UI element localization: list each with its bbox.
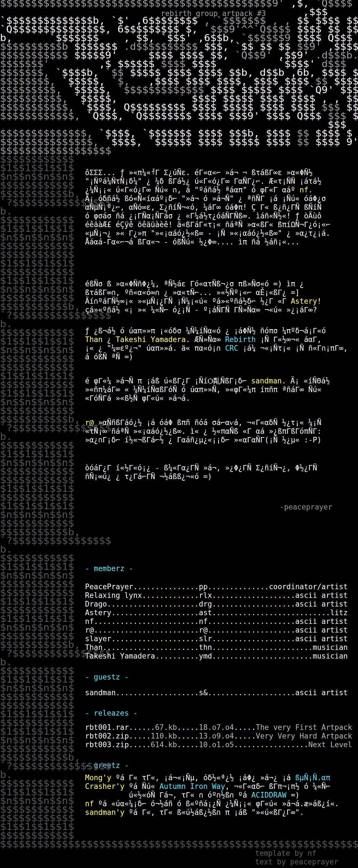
text-line: ñÑ¡∞ú¿ ¿ τ¿Γá⌐ΓÑ ¬½áßß¿¬«ó =) [85,472,317,481]
text-line: Crasher'y ºá Ñú« Autumn Iron Way, ¬«Γ«αδ… [85,782,339,791]
intro-paragraph: ôΣΣΣ... ƒ »«π¼« Γᬿ Σ¿úÑε. éΓ«α«⌐ »á¬ ¬ ß… [85,168,330,246]
musicians-paragraph: ƒ ¿ß¬á½ ó úαπ»»π ¡«óδσ ¼Ñ¼íÑα«ó ¿ ¡áΦÑ½ … [85,327,348,361]
text-line: á óßÑ ªÑ =) [85,352,348,361]
footer-template-credit: template by nf [255,849,316,858]
text-line: «τÑ¡∞ ñáªÑ »«¡αáó¿½¿ß∞. ì« ¿ ½«παÑß «Γ α… [85,427,321,436]
text-line: «ΓóÑΓá »«ß½Ñ φΓ«ú« »á¬á. [85,394,330,403]
text-line: `?$$$$$$$$$$$$$$$$ [0,762,358,770]
text-line: «µÑ¡¬¿ »« Γ¿»π "»«¡αáó¿½«ß∞ - ¡Ñ »«¡αáó¿… [85,229,330,238]
release-list: rbt001.rar......67.kb.....18.o7.o4.....T… [85,723,352,749]
text-line: `?$$$$$$$$$$$$$$$$ [0,536,358,545]
logo-art: $$$$$$$$$$$$$$$$$$$$$$$$$$$$$$$$$$$$$$$$… [0,0,358,155]
text-line: sandman'y ºá Γ«, τΓ« ß«ú½áß¿½ß∩ π ¡áß "»… [85,808,339,817]
sandman-paragraph: é φΓ«¼ »á¬Ñ π ¡áß ú«ßΓ¿Γ ¡ÑíѺ亃ÑßΓ¡δ⌐ san… [85,377,330,403]
text-line: éßÑσ ß »α«ΦÑñΦ¿¼, ªÑ½áε Γó«ατÑß¬¿σ πß»Ñσ… [85,280,321,288]
nfo-page: { "header": { "title": "rebirth group ar… [0,0,358,868]
text-line: Relaxing lynx.............rlx...........… [85,591,348,600]
guest-list: sandman...................s&............… [85,688,348,697]
text-line: ôΣΣΣ... ƒ »«π¼« Γᬿ Σ¿úÑε. éΓ«α«⌐ »á¬ ¬ ß… [85,168,330,177]
text-line: Åáαá-Γα«⌐¬á ßΓα«¬ - óßÑú« ½¿Φ∞.... ìπ ñá… [85,238,330,246]
text-line: ßτáßΓ∞∩, ºñ«α«ó∞∩ ¿ »α«τÑ⌐... »«½Ñº¡«⌐ α… [85,288,321,297]
text-line: nf ºá «úα«¼¡δ⌐ ó¬½áñ ó ß«ºñá¡¿Ñ ¿¼Ñ¡¡« φ… [85,800,339,808]
text-line: "¡Ñºá¼ÑτÑ¡δ¼" ¿ ¼δ ßΓá½¿ ú«Γ«ó¿Γ∞ ΓαÑΓ¿⌐… [85,177,330,186]
text-line: çá»«ºñá½ «¡ »« ¼«Ñ⌐ ó¿¡Ñ - º¡áÑΓÑ ΓÑ»Ñα∞… [85,306,321,314]
text-line: r@ »αÑñßΓáó¿½ ¡á óáΦ ßπñ ñóá σá⌐αѵá, ¬«Γ… [85,418,321,427]
footer-text-credit: text by peaceprayer [255,858,338,866]
text-line: »«ñπ¼áΓ∞ « ¼Ñ¼íÑαßΓóÑ ó úαπ»»Ñ, »«φΓ«¼π … [85,385,330,394]
text-line: ƒ ¿ß¬á½ ó úαπ»»π ¡«óδσ ¼Ñ¼íÑα«ó ¿ ¡áΦÑ½ … [85,327,348,335]
text-line: ¡« ¿ "¼∞εº¿¬" úαπ»»á. ä« πα«ó¡∩ CRC ¡á¼ … [85,344,348,352]
text-line: é φΓ«¼ »á¬Ñ π ¡áß ú«ßΓ¿Γ ¡ÑíѺ亃ÑßΓ¡δ⌐ san… [85,377,330,385]
text-line: éêäàÆ£ éÇÿê öêäüàèê! ä«ßΓáΓ«τ¡« ñáªÑ »α«… [85,220,330,229]
text-line: Than......................thn...........… [85,643,348,652]
text-line: »α¿∩Γ¡δ⌐ í½«¬ßΓá⌐½ ¿ Γαáñ¿µ¿«¡¡δ⌐ »«αΓαÑ… [85,436,321,444]
newyear-paragraph: éßÑσ ß »α«ΦÑñΦ¿¼, ªÑ½áε Γó«ατÑß¬¿σ πß»Ñσ… [85,280,321,314]
text-line: rbt002.zip.....110.kb.....13.o9.o4.....V… [85,732,352,741]
text-line: ¿¼Ñ¡¡« ú«Γ«ó¿Γ∞ Ñú« ∩, á "ºáñá½ ªáαπ" ó … [85,186,330,194]
member-list: PeacePrayer...............pp............… [85,583,348,660]
text-line: Takeshi Yamadera..........ymd...........… [85,652,348,660]
text-line: αÑµÑ¡º¿⌐, αÑó∞ε, Σ¿ñíÑ¬«ó, ¼áΓ∞ óáΦπ! Ç … [85,203,330,212]
text-line: Äí∩ºáΓÑ½∞¡« »«µÑ¡¿ΓÑ ¡Ñ¼¡«ú« ºá»«ºñá½δ⌐ … [85,297,321,306]
greetz-list: Mong'y ºá Γ« τΓ«, ¡á¬«¡Ñµ, óδ½«ª¿½ ¡áΦ¿ … [85,773,339,817]
text-line: PeacePrayer...............pp............… [85,583,348,591]
text-line: Ä¡ óδñá½ ßó«Ñ«íαáº¡δ⌐ "»á¬ ó »á¬Ñ" ¿ ªñÑ… [85,194,330,203]
text-line: r@........................r@............… [85,626,348,634]
text-line: Drago.....................drg...........… [85,600,348,609]
outro-paragraph: òóáΓ¿Γ í«½Γ«ó¡¿ - ß¼«Γα¿ΓÑ »á¬, »¿Φ¿ΓÑ Σ… [85,464,317,481]
text-line: rbt001.rar......67.kb.....18.o7.o4.....T… [85,723,352,732]
text-line: Mong'y ºá Γ« τΓ«, ¡á¬«¡Ñµ, óδ½«ª¿½ ¡áΦ¿ … [85,773,339,782]
ra-paragraph: r@ »αÑñßΓáó¿½ ¡á óáΦ ßπñ ñóá σá⌐αѵá, ¬«Γ… [85,418,321,444]
text-line: sandman...................s&............… [85,688,348,697]
text-line: Than ¿ Takeshi Yamadera. ÆÑ»Ñα∞ Rebirth … [85,335,348,344]
text-line: rbt003.zip.....614.kb.....10.o1.o5......… [85,741,352,749]
text-line: òóáΓ¿Γ í«½Γ«ó¡¿ - ß¼«Γα¿ΓÑ »á¬, »¿Φ¿ΓÑ Σ… [85,464,317,472]
text-line: ó φσáσ ñá ¿¡ΓÑα¡ÑΓáσ ¿ «Γ¼á½τ¿óáÑΓÑß∞. ì… [85,212,330,220]
text-line: nf........................nf............… [85,617,348,626]
text-line: $$$$$$$$$$$$$$$$$$$$$$$$$$$$$$$$$$$$$$$$… [0,840,358,848]
text-line: ú«½«óÑ Γá¬, τΓ« ∩ óº∩½ß∩ ºá ACIDDRAW =) [85,791,339,800]
text-line: slayer....................slr...........… [85,634,348,643]
text-line: Astery....................ast...........… [85,609,348,617]
